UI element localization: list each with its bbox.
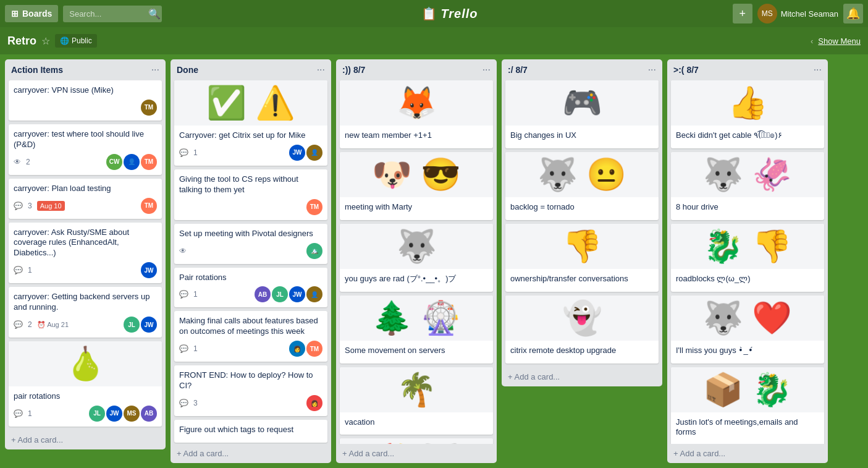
card[interactable]: carryover: test where tool should live (…: [9, 124, 162, 175]
comment-icon: 💬: [14, 320, 23, 329]
show-menu-button[interactable]: Show Menu: [818, 36, 861, 46]
avatar: CW: [106, 154, 122, 170]
add-button[interactable]: +: [733, 4, 752, 23]
card[interactable]: 👎 ownership/transfer conversations: [505, 224, 659, 292]
card[interactable]: 🌴 vacation: [340, 367, 493, 435]
comment-icon: 💬: [14, 266, 23, 274]
card-footer: 💬3 👩: [179, 395, 322, 411]
card[interactable]: 🐺 🦑 8 hour drive: [671, 152, 824, 220]
card[interactable]: 👻 citrix remote desktop upgrade: [505, 296, 659, 364]
add-card-button[interactable]: + Add a card...: [502, 367, 662, 386]
card[interactable]: Giving the tool to CS reps without talki…: [174, 169, 327, 220]
card-meta: 💬1: [179, 148, 198, 157]
nav-right: + MS Mitchel Seaman 🔔: [733, 4, 863, 23]
column-header: Done ···: [171, 59, 331, 80]
column-menu-button[interactable]: ···: [814, 64, 822, 75]
comment-count: 3: [193, 399, 198, 407]
card-title: citrix remote desktop upgrade: [510, 346, 654, 356]
card-footer: 💬1 JW: [14, 262, 157, 278]
card-meta: 💬2 ⏰ Aug 21: [14, 320, 69, 329]
column-sad: >:( 8/7 ··· 👍 Becki didn't get cable ٩(͡…: [667, 59, 828, 463]
board-header-left: Retro ☆ 🌐 Public: [7, 34, 97, 48]
column-cards: 👍 Becki didn't get cable ٩(͡๏̯͡๏)۶ 🐺 🦑 8…: [667, 80, 828, 444]
card[interactable]: FRONT END: How to deploy? How to CI? 💬3 …: [174, 365, 327, 416]
column-cards: ✅ ⚠️ Carryover: get Citrix set up for Mi…: [171, 80, 331, 444]
card-footer: 💬1 👩 TM: [179, 341, 322, 357]
card-title: roadblocks ლ(ω_ლ): [676, 274, 819, 284]
card[interactable]: ✅ ⚠️ Carryover: get Citrix set up for Mi…: [174, 80, 327, 166]
add-card-button[interactable]: + Add a card...: [5, 430, 166, 449]
column-menu-button[interactable]: ···: [482, 64, 491, 75]
card[interactable]: 🍐 pair rotations 💬1 JL JW MS AB: [9, 341, 162, 427]
card-footer: 💬1 AB JL JW 👤: [179, 286, 322, 302]
card-meta: 💬1: [179, 344, 198, 353]
board-visibility-button[interactable]: 🌐 Public: [55, 34, 97, 48]
add-card-button[interactable]: + Add a card...: [336, 444, 497, 463]
card[interactable]: 🦊 new team member +1+1: [340, 80, 493, 148]
card-footer: 👁 2 CW 👤 TM: [14, 154, 157, 170]
avatar: 🏔️: [306, 243, 322, 259]
avatar: JW: [289, 286, 305, 302]
add-card-button[interactable]: + Add a card...: [667, 444, 828, 463]
column-title: :/ 8/7: [508, 65, 528, 75]
card[interactable]: 🐺 ❤️ I'll miss you guys •̀_•́: [671, 296, 824, 364]
search-input[interactable]: [63, 6, 162, 22]
card[interactable]: 🐉 👎 roadblocks ლ(ω_ლ): [671, 224, 824, 292]
column-action-items: Action Items ··· carryover: VPN issue (M…: [5, 59, 166, 449]
boards-grid-icon: ⊞: [11, 9, 19, 19]
card[interactable]: carryover: Getting backend servers up an…: [9, 287, 162, 338]
card-cover: 🎮: [505, 80, 659, 126]
column-done: Done ··· ✅ ⚠️ Carryover: get Citrix set …: [171, 59, 331, 463]
user-menu-button[interactable]: MS Mitchel Seaman: [757, 4, 838, 23]
card[interactable]: Set up meeting with Pivotal designers 👁 …: [174, 224, 327, 264]
card-cover: 🐺: [340, 224, 493, 269]
card-cover: 🌲 🎡: [340, 296, 493, 341]
card[interactable]: Figure out which tags to request: [174, 420, 327, 443]
column-menu-button[interactable]: ···: [648, 64, 656, 75]
notifications-button[interactable]: 🔔: [843, 4, 863, 23]
card[interactable]: 🐺 you guys are rad (ブ°.•__•。)ブ: [340, 224, 493, 292]
card-title: I'll miss you guys •̀_•́: [676, 346, 819, 356]
card-title: ownership/transfer conversations: [510, 274, 654, 284]
card-cover: 🐺 ❤️: [671, 296, 824, 341]
due-date-badge: Aug 10: [37, 201, 65, 211]
comment-count: 1: [193, 148, 198, 157]
board-star-button[interactable]: ☆: [41, 35, 50, 47]
column-title: >:( 8/7: [673, 65, 699, 75]
comment-icon: 💬: [179, 290, 188, 299]
card[interactable]: 🐶 😎 meeting with Marty: [340, 152, 493, 220]
column-menu-button[interactable]: ···: [151, 64, 159, 75]
board-header-right: ‹ Show Menu: [811, 36, 861, 46]
card-avatars: 👩 TM: [289, 341, 322, 357]
card-title: Some movement on servers: [345, 346, 488, 356]
column-title: :)) 8/7: [342, 65, 365, 75]
card[interactable]: 🎮 Big changes in UX: [505, 80, 659, 148]
card-title: carryover: Ask Rusty/SME about coverage …: [14, 228, 157, 259]
avatar: TM: [141, 100, 157, 116]
card[interactable]: Pair rotations 💬1 AB JL JW 👤: [174, 268, 327, 308]
card-footer: 💬3 Aug 10 TM: [14, 198, 157, 214]
add-card-button[interactable]: + Add a card...: [171, 444, 331, 463]
card-cover: 👍: [671, 80, 824, 126]
avatar: TM: [306, 199, 322, 215]
card-meta: 💬1: [179, 290, 198, 299]
card[interactable]: 📦 🐉 Justin lot's of meetings,emails and …: [671, 367, 824, 444]
avatar: MS: [757, 4, 777, 23]
card[interactable]: 🎉 🐺 Meeting with Q&E: [340, 438, 493, 444]
card[interactable]: Making final calls about features based …: [174, 311, 327, 362]
card[interactable]: 👍 Becki didn't get cable ٩(͡๏̯͡๏)۶: [671, 80, 824, 148]
avatar: MS: [124, 406, 140, 422]
card[interactable]: carryover: Ask Rusty/SME about coverage …: [9, 223, 162, 284]
card[interactable]: 🐺 😐 backlog = tornado: [505, 152, 659, 220]
card-title: vacation: [345, 417, 488, 428]
card-title: carryover: VPN issue (Mike): [14, 85, 157, 96]
boards-button[interactable]: ⊞ Boards: [5, 5, 58, 22]
card-cover: 👎: [505, 224, 659, 269]
column-menu-button[interactable]: ···: [317, 64, 325, 75]
card[interactable]: 🌲 🎡 Some movement on servers: [340, 296, 493, 364]
card-avatars: 👩: [306, 395, 322, 411]
card[interactable]: carryover: VPN issue (Mike) TM: [9, 80, 162, 121]
watch-icon: 👁: [14, 158, 21, 166]
card[interactable]: carryover: Plan load testing 💬3 Aug 10 T…: [9, 179, 162, 219]
card-title: 8 hour drive: [676, 202, 819, 213]
